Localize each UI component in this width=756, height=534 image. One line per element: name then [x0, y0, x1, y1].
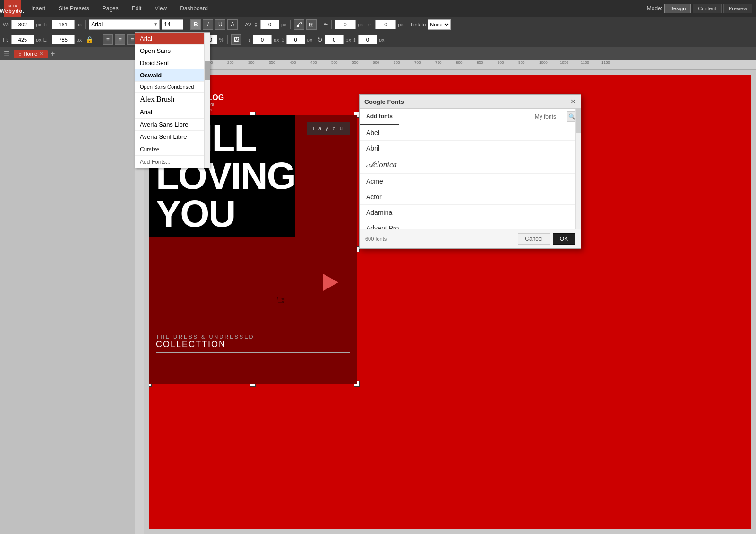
- google-font-list: Abel Abril 𝒜clonica Acme Actor Adamina A…: [360, 125, 581, 229]
- dropdown-scrollbar[interactable]: [204, 33, 210, 168]
- dialog-footer: 600 fonts Cancel OK: [360, 229, 581, 248]
- google-fonts-dialog: Google Fonts ✕ Add fonts My fonts 🔍 Abel…: [359, 94, 581, 249]
- beta-label: BETA: [8, 4, 17, 8]
- font-count: 600 fonts: [365, 236, 387, 242]
- tb2-val1[interactable]: [253, 35, 272, 44]
- t-unit: px: [77, 22, 82, 27]
- font-item-averiaserif[interactable]: Averia Serif Libre: [135, 131, 210, 143]
- dialog-actions: Cancel OK: [518, 233, 575, 245]
- font-item-averiasans[interactable]: Averia Sans Libre: [135, 119, 210, 131]
- mode-content-btn[interactable]: Content: [693, 4, 722, 13]
- dialog-scrollbar-thumb[interactable]: [576, 109, 581, 133]
- app-logo: BETA Webydo.: [4, 0, 21, 17]
- font-item-arial-top[interactable]: Arial: [135, 33, 210, 45]
- collection-text: COLLECTTION: [156, 339, 350, 349]
- tab-close-btn[interactable]: ✕: [39, 51, 43, 56]
- play-triangle-icon: [323, 274, 338, 291]
- still-text-line3: YOU: [156, 195, 288, 233]
- font-item-droidserif[interactable]: Droid Serif: [135, 57, 210, 69]
- nav-dashboard[interactable]: Dashboard: [177, 5, 211, 12]
- rotate-icon: ↻: [317, 36, 323, 43]
- toolbar-row1: W: px T: px ▼ B I U A AV ▲ ▼ px 🖌 ⊞ ⇤ px…: [0, 17, 756, 32]
- italic-btn[interactable]: I: [203, 19, 213, 30]
- h-input[interactable]: [11, 35, 34, 44]
- l-input[interactable]: [52, 35, 75, 44]
- mode-design-btn[interactable]: Design: [664, 4, 691, 13]
- w-input[interactable]: [11, 20, 34, 29]
- gfont-aclonica[interactable]: 𝒜clonica: [360, 156, 581, 174]
- mode-preview-btn[interactable]: Preview: [723, 4, 752, 13]
- gfont-adamina[interactable]: Adamina: [360, 205, 581, 220]
- gfont-adventpro[interactable]: Advent Pro: [360, 220, 581, 229]
- dialog-title: Google Fonts: [364, 98, 404, 105]
- dialog-scrollbar[interactable]: [575, 109, 581, 229]
- image-icon[interactable]: 🖼: [231, 34, 241, 45]
- lock-icon: 🔒: [86, 36, 94, 43]
- ok-button[interactable]: OK: [553, 233, 575, 245]
- nav-edit[interactable]: Edit: [129, 5, 145, 12]
- tab-bar: ☰ ⌂ Home ✕ +: [0, 47, 756, 60]
- link-label: Link to: [411, 22, 426, 27]
- tab-add-btn[interactable]: +: [49, 50, 57, 58]
- ruler-marks: 50 100 150 200 250 300 350 400 450 500 5…: [144, 60, 756, 69]
- play-button[interactable]: [319, 271, 343, 294]
- nav-site-presets[interactable]: Site Presets: [56, 5, 92, 12]
- dialog-close-btn[interactable]: ✕: [570, 98, 576, 105]
- gfont-abel[interactable]: Abel: [360, 125, 581, 141]
- font-select-input[interactable]: [89, 19, 160, 30]
- font-size-input[interactable]: [162, 19, 183, 30]
- move-h-icon: ↔: [366, 21, 372, 28]
- tab-home[interactable]: ⌂ Home ✕: [14, 50, 48, 58]
- align-center-btn[interactable]: ≡: [115, 34, 125, 45]
- pos-x-input[interactable]: [335, 20, 356, 29]
- font-item-oswald[interactable]: Oswald: [135, 69, 210, 82]
- link-to-select[interactable]: None: [428, 19, 451, 30]
- nav-view[interactable]: View: [152, 5, 170, 12]
- bold-btn[interactable]: B: [190, 19, 201, 30]
- font-item-arial2[interactable]: Arial: [135, 106, 210, 119]
- gfont-actor[interactable]: Actor: [360, 189, 581, 205]
- tab-my-fonts[interactable]: My fonts: [528, 109, 563, 125]
- sep4: [290, 20, 291, 29]
- dialog-header: Google Fonts ✕: [360, 95, 581, 109]
- mode-label: Mode:: [647, 5, 662, 12]
- tb2-val2[interactable]: [286, 35, 305, 44]
- nav-pages[interactable]: Pages: [100, 5, 121, 12]
- font-select-wrapper: ▼: [89, 19, 160, 30]
- table-icon[interactable]: ⊞: [306, 19, 317, 30]
- text-color-btn[interactable]: A: [227, 19, 238, 30]
- av-input[interactable]: [260, 20, 279, 29]
- bottom-content: THE DRESS & UNDRESSED COLLECTTION: [156, 328, 350, 356]
- tb2-val4[interactable]: [358, 35, 377, 44]
- tab-home-label: Home: [24, 51, 37, 57]
- add-fonts-btn[interactable]: Add Fonts...: [135, 156, 210, 168]
- dialog-tab-row: Add fonts My fonts 🔍: [360, 109, 581, 125]
- cancel-button[interactable]: Cancel: [518, 233, 550, 245]
- font-item-opensanscond[interactable]: Open Sans Condensed: [135, 82, 210, 93]
- toolbar-row2: H: px L: px 🔒 ≡ ≡ ≡ ≡ ☰ ⇤ ⇥ ↕ % 🖼 ↕ px ↕…: [0, 32, 756, 47]
- sep2: [187, 20, 187, 29]
- gfont-abril[interactable]: Abril: [360, 141, 581, 156]
- font-item-cursive[interactable]: Cursive: [135, 143, 210, 156]
- sep5: [320, 20, 320, 29]
- ruler-top: 50 100 150 200 250 300 350 400 450 500 5…: [144, 60, 756, 70]
- av-label: AV: [245, 22, 251, 27]
- tab-add-fonts[interactable]: Add fonts: [360, 109, 399, 125]
- font-item-opensans[interactable]: Open Sans: [135, 45, 210, 57]
- tb2-val3[interactable]: [325, 35, 344, 44]
- av-stepper[interactable]: ▲ ▼: [254, 21, 258, 28]
- nav-insert[interactable]: Insert: [28, 5, 48, 12]
- paint-icon[interactable]: 🖌: [294, 19, 304, 30]
- sep1: [85, 20, 86, 29]
- pos-y-input[interactable]: [375, 20, 396, 29]
- gfont-acme[interactable]: Acme: [360, 174, 581, 189]
- t-input[interactable]: [52, 20, 75, 29]
- indent-icon1[interactable]: ⇤: [324, 21, 328, 27]
- align-left-btn[interactable]: ≡: [103, 34, 113, 45]
- l-label: L:: [43, 37, 50, 42]
- mode-section: Mode: Design Content Preview: [647, 4, 752, 13]
- scrollbar-thumb[interactable]: [205, 61, 210, 80]
- underline-btn[interactable]: U: [215, 19, 225, 30]
- hamburger-icon[interactable]: ☰: [4, 50, 10, 58]
- font-item-alexbrush[interactable]: Alex Brush: [135, 93, 210, 106]
